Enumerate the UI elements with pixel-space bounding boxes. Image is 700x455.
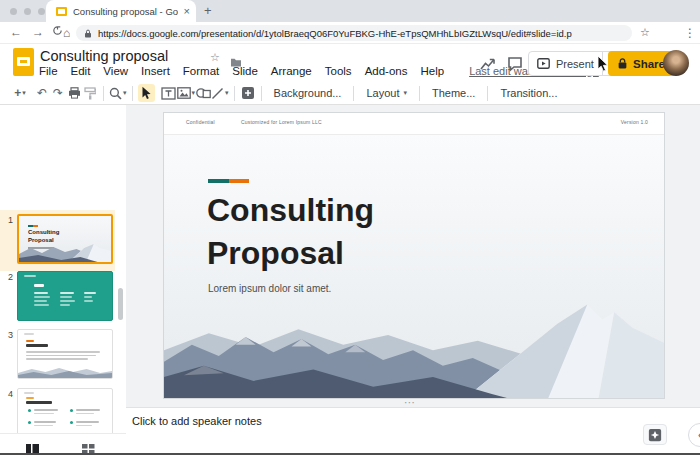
menu-edit[interactable]: Edit <box>71 65 91 77</box>
browser-menu-icon[interactable]: ⋮ <box>684 26 696 40</box>
menu-file[interactable]: File <box>39 65 58 77</box>
slide-thumbnail-3[interactable] <box>17 329 113 379</box>
insert-placeholder-button[interactable] <box>240 84 256 102</box>
slide-subtitle[interactable]: Lorem ipsum dolor sit amet. <box>208 283 331 294</box>
slides-logo-icon[interactable] <box>13 48 34 76</box>
present-label: Present <box>556 58 594 70</box>
zoom-button[interactable]: ▾ <box>109 84 127 102</box>
slide-number: 1 <box>2 215 13 225</box>
https-lock-icon <box>84 29 92 38</box>
document-title[interactable]: Consulting proposal <box>40 48 168 64</box>
text-box-tool-button[interactable] <box>161 84 177 102</box>
new-tab-button[interactable]: + <box>204 3 212 18</box>
menu-insert[interactable]: Insert <box>141 65 170 77</box>
present-icon <box>537 58 550 69</box>
home-icon[interactable]: ⌂ <box>63 26 70 40</box>
slides-favicon <box>56 7 67 16</box>
mouse-cursor <box>597 55 609 77</box>
star-document-icon[interactable]: ☆ <box>210 51 220 64</box>
url-text: https://docs.google.com/presentation/d/1… <box>98 28 572 39</box>
edit-toolbar: +▾ ↶ ↷ ▾ ▾ ▾ <box>0 82 700 105</box>
speaker-notes-panel[interactable]: Click to add speaker notes <box>126 407 700 455</box>
tab-title: Consulting proposal - Google S <box>73 6 178 17</box>
tab-close-icon[interactable]: × <box>184 6 190 17</box>
accent-bar <box>28 225 38 227</box>
slide-meta-left[interactable]: Confidential <box>186 119 215 125</box>
filmstrip-bottom-bar <box>0 433 126 455</box>
theme-button[interactable]: Theme... <box>425 87 482 99</box>
background-button[interactable]: Background... <box>267 87 349 99</box>
menu-arrange[interactable]: Arrange <box>271 65 312 77</box>
mountain-image <box>164 295 664 399</box>
menu-format[interactable]: Format <box>183 65 219 77</box>
window-minimize-button[interactable] <box>24 8 31 15</box>
new-slide-button[interactable]: +▾ <box>12 84 28 102</box>
bookmark-star-icon[interactable]: ☆ <box>640 26 650 39</box>
user-avatar[interactable] <box>663 50 689 76</box>
insert-image-button[interactable]: ▾ <box>177 84 196 102</box>
menu-addons[interactable]: Add-ons <box>365 65 408 77</box>
select-tool-button[interactable] <box>138 84 155 102</box>
share-lock-icon <box>618 58 627 69</box>
insert-line-button[interactable]: ▾ <box>211 84 229 102</box>
mountain-image <box>19 242 111 262</box>
mountain-image <box>18 366 112 378</box>
slide-thumbnail-1[interactable]: ConsultingProposal <box>17 214 113 264</box>
browser-tab-strip: Consulting proposal - Google S × + <box>0 0 700 22</box>
slide-filmstrip-panel: 1 ConsultingProposal 2 <box>0 105 126 455</box>
window-close-button[interactable] <box>10 8 17 15</box>
explore-button[interactable] <box>643 424 667 445</box>
activity-dashboard-icon[interactable] <box>480 57 497 75</box>
filmstrip-scrollbar[interactable] <box>118 288 123 320</box>
url-address-bar[interactable]: https://docs.google.com/presentation/d/1… <box>76 25 632 41</box>
redo-button[interactable]: ↷ <box>50 84 66 102</box>
browser-toolbar: ← → ⌂ https://docs.google.com/presentati… <box>0 22 700 44</box>
transition-button[interactable]: Transition... <box>493 87 564 99</box>
slide-thumbnail-4[interactable] <box>17 388 113 438</box>
browser-tab[interactable]: Consulting proposal - Google S × <box>46 0 196 22</box>
comments-icon[interactable] <box>507 56 523 76</box>
menu-help[interactable]: Help <box>420 65 444 77</box>
current-slide[interactable]: Confidential Customized for Lorem Ipsum … <box>163 112 665 399</box>
slide-thumbnail-2[interactable] <box>17 271 113 321</box>
undo-button[interactable]: ↶ <box>34 84 50 102</box>
slide-number: 3 <box>2 330 13 340</box>
slides-app-header: Consulting proposal ☆ File Edit View Ins… <box>0 44 700 82</box>
slide-canvas: Confidential Customized for Lorem Ipsum … <box>126 105 700 407</box>
accent-bar <box>208 179 249 183</box>
slide-body: Consulting Proposal Lorem ipsum dolor si… <box>164 135 664 399</box>
google-slides-window: Consulting proposal - Google S × + ← → ⌂… <box>0 0 700 455</box>
reload-icon[interactable] <box>52 25 63 39</box>
window-zoom-button[interactable] <box>38 8 45 15</box>
slide-meta-right[interactable]: Version 1.0 <box>621 119 648 125</box>
forward-icon[interactable]: → <box>32 25 44 39</box>
slide-meta-center[interactable]: Customized for Lorem Ipsum LLC <box>241 119 322 125</box>
slide-title[interactable]: Consulting Proposal <box>207 189 374 275</box>
menu-view[interactable]: View <box>103 65 128 77</box>
layout-button[interactable]: Layout▾ <box>359 87 414 99</box>
menu-slide[interactable]: Slide <box>232 65 258 77</box>
insert-shape-button[interactable] <box>195 84 211 102</box>
share-label: Share <box>633 58 665 70</box>
explore-icon <box>648 428 662 442</box>
slide-number: 2 <box>2 272 13 282</box>
slide-number: 4 <box>2 389 13 399</box>
speaker-notes-placeholder[interactable]: Click to add speaker notes <box>132 415 262 427</box>
paint-format-button[interactable] <box>82 84 98 102</box>
print-button[interactable] <box>66 84 82 102</box>
menu-tools[interactable]: Tools <box>325 65 352 77</box>
back-icon[interactable]: ← <box>10 25 22 39</box>
